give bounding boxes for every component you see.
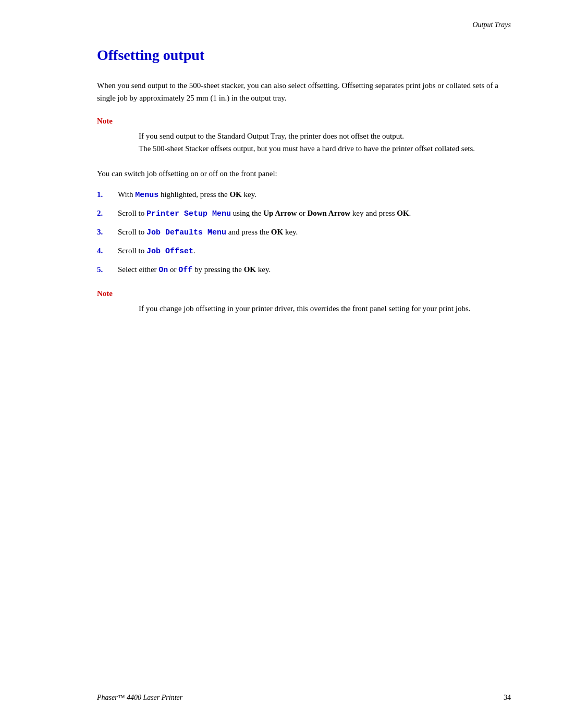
step-3-number: 3. bbox=[97, 226, 118, 238]
step-3: 3. Scroll to Job Defaults Menu and press… bbox=[97, 226, 511, 239]
note1-line2: The 500-sheet Stacker offsets output, bu… bbox=[139, 142, 511, 155]
step-1: 1. With Menus highlighted, press the OK … bbox=[97, 188, 511, 202]
step-2-text: Scroll to Printer Setup Menu using the U… bbox=[118, 207, 511, 220]
step-5-code-on: On bbox=[158, 266, 168, 275]
step-2-down: Down Arrow bbox=[307, 209, 350, 217]
step-2-code-menu: Printer Setup Menu bbox=[146, 209, 231, 218]
note2-line1: If you change job offsetting in your pri… bbox=[139, 302, 511, 315]
step-5-code-off: Off bbox=[178, 266, 192, 275]
step-1-ok: OK bbox=[229, 190, 241, 199]
note-content-2: If you change job offsetting in your pri… bbox=[139, 302, 511, 315]
steps-list: 1. With Menus highlighted, press the OK … bbox=[97, 188, 511, 277]
step-5: 5. Select either On or Off by pressing t… bbox=[97, 263, 511, 277]
step-1-text: With Menus highlighted, press the OK key… bbox=[118, 188, 511, 202]
step-3-ok: OK bbox=[271, 228, 283, 236]
note-label-1: Note bbox=[97, 117, 511, 126]
page: Output Trays Offsetting output When you … bbox=[0, 0, 563, 728]
footer-product: Phaser™ 4400 Laser Printer bbox=[97, 694, 182, 702]
note-block-1: Note If you send output to the Standard … bbox=[97, 117, 511, 155]
step-2-up: Up Arrow bbox=[263, 209, 297, 217]
footer: Phaser™ 4400 Laser Printer 34 bbox=[0, 694, 563, 702]
step-1-number: 1. bbox=[97, 188, 118, 201]
step-4-text: Scroll to Job Offset. bbox=[118, 244, 511, 258]
note-label-2: Note bbox=[97, 289, 511, 298]
header-section-title: Output Trays bbox=[472, 21, 511, 29]
note-content-1: If you send output to the Standard Outpu… bbox=[139, 130, 511, 155]
step-4-number: 4. bbox=[97, 244, 118, 257]
step-2-ok: OK bbox=[397, 209, 409, 217]
step-1-code-menus: Menus bbox=[135, 191, 158, 200]
footer-page-number: 34 bbox=[504, 694, 511, 702]
switch-paragraph: You can switch job offsetting on or off … bbox=[97, 167, 511, 180]
step-3-text: Scroll to Job Defaults Menu and press th… bbox=[118, 226, 511, 239]
note1-line1: If you send output to the Standard Outpu… bbox=[139, 130, 511, 142]
step-5-number: 5. bbox=[97, 263, 118, 276]
step-3-code-menu: Job Defaults Menu bbox=[146, 228, 226, 237]
step-5-ok: OK bbox=[244, 265, 256, 274]
step-2-number: 2. bbox=[97, 207, 118, 219]
step-2: 2. Scroll to Printer Setup Menu using th… bbox=[97, 207, 511, 220]
intro-paragraph: When you send output to the 500-sheet st… bbox=[97, 79, 511, 104]
step-4-code-offset: Job Offset bbox=[146, 247, 193, 256]
note-block-2: Note If you change job offsetting in you… bbox=[97, 289, 511, 315]
step-4: 4. Scroll to Job Offset. bbox=[97, 244, 511, 258]
page-title: Offsetting output bbox=[97, 47, 511, 64]
step-5-text: Select either On or Off by pressing the … bbox=[118, 263, 511, 277]
